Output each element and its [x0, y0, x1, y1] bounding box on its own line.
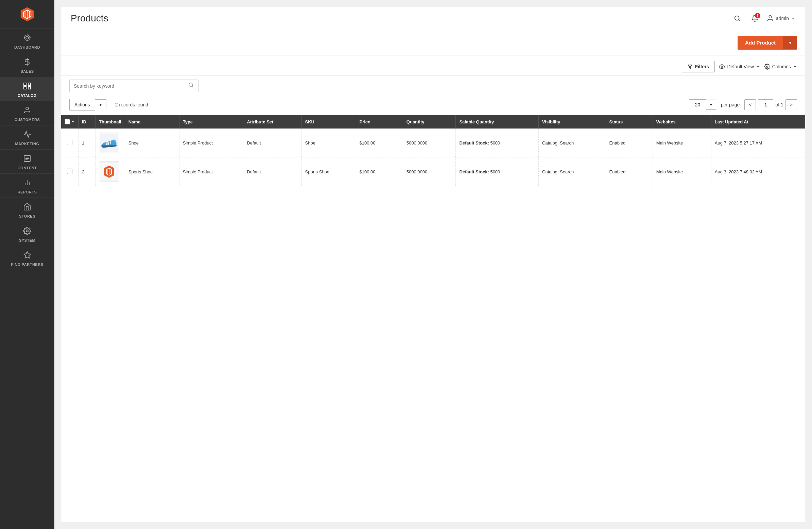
row1-checkbox[interactable] — [67, 140, 72, 145]
svg-point-23 — [769, 16, 771, 18]
svg-rect-8 — [28, 83, 31, 85]
columns-dropdown[interactable]: Columns — [764, 63, 797, 70]
row2-checkbox-cell — [61, 157, 78, 186]
page-number-input[interactable] — [758, 99, 773, 110]
marketing-icon — [23, 130, 31, 140]
per-page-caret[interactable]: ▼ — [706, 100, 716, 110]
customers-icon — [23, 106, 31, 116]
row1-websites: Main Website — [653, 129, 711, 157]
table-col-type[interactable]: Type — [179, 115, 243, 129]
table-col-websites[interactable]: Websites — [653, 115, 711, 129]
actions-caret-button[interactable]: ▼ — [95, 99, 106, 110]
sidebar-item-catalog-label: CATALOG — [18, 94, 37, 98]
per-page-input[interactable] — [689, 99, 706, 110]
add-product-button[interactable]: Add Product ▼ — [738, 36, 797, 49]
svg-point-26 — [767, 66, 768, 68]
sidebar-item-reports[interactable]: REPORTS — [0, 174, 54, 198]
row1-salable-quantity: Default Stock: 5000 — [456, 129, 539, 157]
sidebar-item-sales[interactable]: SALES — [0, 53, 54, 77]
select-all-checkbox[interactable] — [64, 119, 70, 125]
svg-rect-10 — [28, 87, 31, 89]
filters-label: Filters — [695, 64, 709, 69]
global-search-button[interactable] — [731, 12, 743, 25]
svg-point-25 — [721, 66, 723, 68]
row1-name: Shoe — [125, 129, 179, 157]
table-col-price[interactable]: Price — [356, 115, 403, 129]
catalog-icon — [23, 82, 31, 91]
row2-status: Enabled — [606, 157, 653, 186]
sidebar-item-marketing[interactable]: MARKETING — [0, 126, 54, 149]
page-of-text: of 1 — [775, 102, 783, 108]
sidebar-item-dashboard-label: DASHBOARD — [14, 45, 40, 49]
sidebar-nav: DASHBOARD SALES CATALOG CUSTOMERS — [0, 29, 54, 270]
svg-point-1 — [25, 35, 30, 41]
row1-visibility: Catalog, Search — [539, 129, 606, 157]
id-sort-icon: ↓ — [89, 120, 91, 124]
table-col-attribute-set[interactable]: Attribute Set — [243, 115, 302, 129]
page-next-button[interactable]: > — [785, 99, 797, 110]
magento-logo-icon — [19, 6, 35, 23]
find-partners-icon — [23, 251, 31, 260]
sidebar-item-customers[interactable]: CUSTOMERS — [0, 101, 54, 126]
sidebar-item-dashboard[interactable]: DASHBOARD — [0, 29, 54, 53]
table-col-quantity[interactable]: Quantity — [403, 115, 456, 129]
row2-thumbnail — [96, 157, 125, 186]
row1-attribute-set: Default — [243, 129, 302, 157]
table-col-id[interactable]: ID ↓ — [78, 115, 96, 129]
products-table-wrapper: ID ↓ Thumbnail Name Type Attribute Set S… — [61, 115, 805, 186]
per-page-select: ▼ — [689, 99, 716, 110]
sidebar-item-system-label: SYSTEM — [19, 238, 35, 242]
svg-marker-24 — [688, 65, 692, 69]
svg-line-28 — [192, 86, 193, 87]
search-input[interactable] — [74, 83, 188, 89]
sidebar-item-content[interactable]: CONTENT — [0, 149, 54, 174]
table-col-status[interactable]: Status — [606, 115, 653, 129]
records-row: Actions ▼ 2 records found ▼ per page < o… — [61, 96, 805, 115]
svg-point-21 — [735, 16, 739, 20]
sidebar-item-system[interactable]: SYSTEM — [0, 222, 54, 246]
sidebar-item-stores[interactable]: STORES — [0, 198, 54, 222]
row2-checkbox[interactable] — [67, 169, 72, 174]
admin-dropdown-icon — [791, 16, 796, 21]
default-view-dropdown[interactable]: Default View — [719, 63, 760, 70]
search-submit-icon[interactable] — [188, 82, 194, 90]
notifications-button[interactable]: 1 — [749, 12, 761, 25]
row2-sku: Sports Shoe — [302, 157, 356, 186]
table-col-last-updated[interactable]: Last Updated At — [711, 115, 805, 129]
sidebar-item-sales-label: SALES — [20, 69, 34, 73]
pagination: ▼ per page < of 1 > — [689, 99, 797, 110]
content-area: Add Product ▼ Filters Default View Colum… — [61, 30, 805, 522]
search-icon — [734, 15, 741, 22]
table-col-name[interactable]: Name — [125, 115, 179, 129]
page-prev-button[interactable]: < — [744, 99, 756, 110]
row2-visibility: Catalog, Search — [539, 157, 606, 186]
table-col-thumbnail: Thumbnail — [96, 115, 125, 129]
svg-point-0 — [26, 37, 29, 39]
table-col-visibility[interactable]: Visibility — [539, 115, 606, 129]
actions-button[interactable]: Actions — [69, 99, 95, 111]
add-product-label: Add Product — [738, 36, 783, 49]
stores-icon — [23, 203, 31, 212]
table-row: 2 — [61, 157, 805, 186]
svg-rect-9 — [24, 87, 26, 89]
sidebar-logo — [0, 0, 54, 29]
row1-status: Enabled — [606, 129, 653, 157]
svg-point-11 — [26, 107, 29, 110]
sidebar-item-catalog[interactable]: CATALOG — [0, 77, 54, 101]
table-col-sku[interactable]: SKU — [302, 115, 356, 129]
per-page-label: per page — [721, 102, 740, 108]
system-icon — [23, 227, 31, 236]
filters-button[interactable]: Filters — [682, 61, 715, 72]
sidebar-item-find-partners[interactable]: FIND PARTNERS — [0, 246, 54, 270]
col-dropdown-icon — [71, 120, 75, 124]
row1-salable-label: Default Stock: — [459, 140, 489, 145]
table-col-salable-quantity[interactable]: Salable Quantity — [456, 115, 539, 129]
table-col-checkbox — [61, 115, 78, 129]
view-dropdown-arrow — [756, 65, 760, 69]
add-product-dropdown-arrow[interactable]: ▼ — [783, 37, 797, 49]
row1-type: Simple Product — [179, 129, 243, 157]
user-icon — [767, 15, 774, 22]
filter-icon — [687, 64, 692, 69]
admin-user-menu[interactable]: admin — [767, 15, 796, 22]
sidebar-item-stores-label: STORES — [19, 214, 35, 218]
